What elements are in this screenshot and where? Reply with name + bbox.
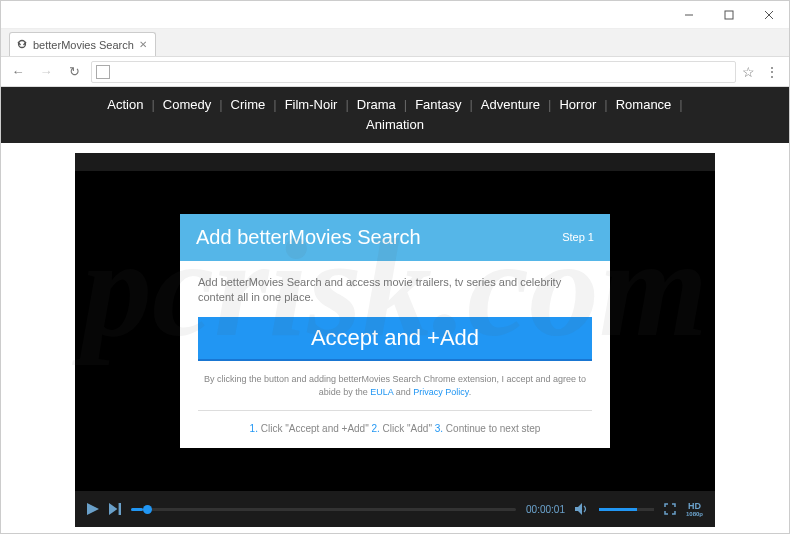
hd-badge[interactable]: HD 1080p — [686, 502, 703, 517]
window-minimize-button[interactable] — [669, 1, 709, 29]
install-steps: 1. Click "Accept and +Add" 2. Click "Add… — [198, 423, 592, 434]
window-maximize-button[interactable] — [709, 1, 749, 29]
volume-icon[interactable] — [575, 503, 589, 515]
genre-link[interactable]: Comedy — [159, 95, 215, 115]
separator: | — [400, 97, 411, 112]
elapsed-time: 00:00:01 — [526, 504, 565, 515]
browser-tab[interactable]: betterMovies Search ✕ — [9, 32, 156, 56]
browser-menu-icon[interactable]: ⋮ — [761, 64, 783, 80]
legal-and: and — [393, 387, 413, 397]
genre-navbar: Action|Comedy|Crime|Film-Noir|Drama|Fant… — [1, 87, 789, 143]
tab-favicon — [16, 39, 28, 51]
fullscreen-button[interactable] — [664, 503, 676, 515]
card-body: Add betterMovies Search and access movie… — [180, 261, 610, 449]
seek-fill — [131, 508, 143, 511]
page-body: Add betterMovies Search Step 1 Add bette… — [1, 143, 789, 527]
hd-label: HD — [688, 501, 701, 511]
seek-bar[interactable] — [131, 508, 516, 511]
window-close-button[interactable] — [749, 1, 789, 29]
step-3-num: 3. — [435, 423, 443, 434]
separator: | — [544, 97, 555, 112]
volume-fill — [599, 508, 638, 511]
tab-strip: betterMovies Search ✕ — [1, 29, 789, 57]
genre-link[interactable]: Animation — [362, 115, 428, 135]
svg-marker-10 — [575, 503, 582, 515]
separator: | — [341, 97, 352, 112]
install-prompt-card: Add betterMovies Search Step 1 Add bette… — [180, 214, 610, 449]
separator: | — [675, 97, 686, 112]
forward-button[interactable]: → — [35, 61, 57, 83]
legal-text: By clicking the button and adding better… — [198, 373, 592, 398]
separator: | — [465, 97, 476, 112]
next-button[interactable] — [109, 503, 121, 515]
genre-link[interactable]: Adventure — [477, 95, 544, 115]
bookmark-star-icon[interactable]: ☆ — [742, 64, 755, 80]
step-1-num: 1. — [250, 423, 258, 434]
genre-link[interactable]: Fantasy — [411, 95, 465, 115]
svg-marker-7 — [87, 503, 99, 515]
legal-period: . — [469, 387, 472, 397]
genre-link[interactable]: Drama — [353, 95, 400, 115]
step-1-text: Click "Accept and +Add" — [258, 423, 372, 434]
svg-marker-8 — [109, 503, 117, 515]
play-button[interactable] — [87, 503, 99, 515]
step-2-num: 2. — [372, 423, 380, 434]
browser-toolbar: ← → ↻ ☆ ⋮ — [1, 57, 789, 87]
page-icon — [96, 65, 110, 79]
video-area: Add betterMovies Search Step 1 Add bette… — [75, 171, 715, 491]
tab-close-icon[interactable]: ✕ — [139, 39, 147, 50]
back-button[interactable]: ← — [7, 61, 29, 83]
card-title: Add betterMovies Search — [196, 226, 421, 249]
reload-button[interactable]: ↻ — [63, 61, 85, 83]
genre-link[interactable]: Film-Noir — [281, 95, 342, 115]
genre-link[interactable]: Action — [103, 95, 147, 115]
step-3-text: Continue to next step — [443, 423, 540, 434]
window-titlebar — [1, 1, 789, 29]
separator: | — [600, 97, 611, 112]
svg-rect-1 — [725, 11, 733, 19]
card-step: Step 1 — [562, 231, 594, 243]
player-header — [75, 153, 715, 171]
tab-title: betterMovies Search — [33, 39, 134, 51]
accept-add-button[interactable]: Accept and +Add — [198, 317, 592, 361]
address-bar[interactable] — [91, 61, 736, 83]
separator: | — [147, 97, 158, 112]
privacy-policy-link[interactable]: Privacy Policy — [413, 387, 468, 397]
seek-knob[interactable] — [143, 505, 152, 514]
separator: | — [269, 97, 280, 112]
svg-rect-9 — [119, 503, 121, 515]
separator: | — [215, 97, 226, 112]
eula-link[interactable]: EULA — [370, 387, 393, 397]
card-header: Add betterMovies Search Step 1 — [180, 214, 610, 261]
volume-slider[interactable] — [599, 508, 654, 511]
divider — [198, 410, 592, 411]
hd-res: 1080p — [686, 511, 703, 517]
genre-link[interactable]: Horror — [555, 95, 600, 115]
genre-link[interactable]: Crime — [227, 95, 270, 115]
video-player: Add betterMovies Search Step 1 Add bette… — [75, 153, 715, 527]
player-controls: 00:00:01 HD 1080p — [75, 491, 715, 527]
genre-link[interactable]: Romance — [612, 95, 676, 115]
step-2-text: Click "Add" — [380, 423, 435, 434]
card-description: Add betterMovies Search and access movie… — [198, 275, 592, 306]
